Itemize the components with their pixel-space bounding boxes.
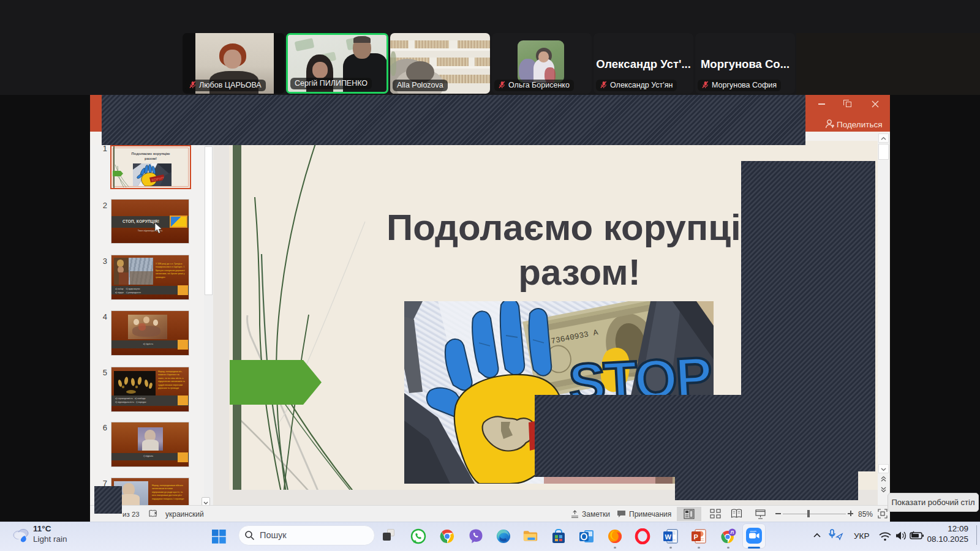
svg-text:W: W: [665, 533, 672, 541]
svg-text:Л: Л: [731, 530, 734, 535]
svg-text:zoom: zoom: [750, 530, 757, 533]
svg-text:P: P: [694, 533, 698, 541]
